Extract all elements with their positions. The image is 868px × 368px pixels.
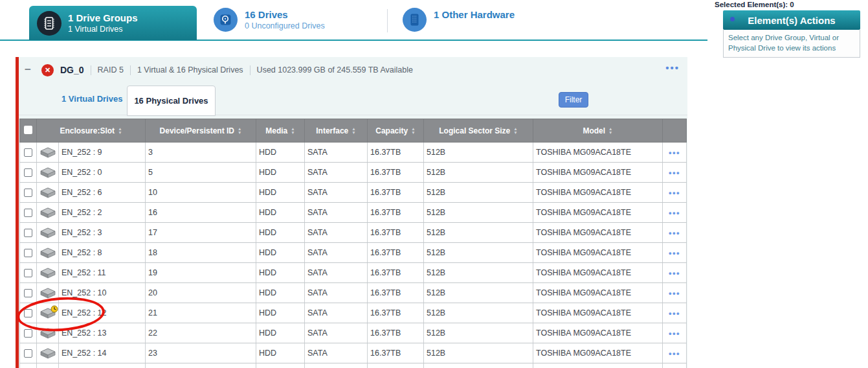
table-cell bbox=[37, 363, 59, 368]
column-header-device-id[interactable]: Device/Persistent ID▲▼ bbox=[146, 119, 256, 143]
sector-size-cell: 512B bbox=[424, 143, 533, 163]
model-cell: TOSHIBA MG09ACA18TE bbox=[533, 223, 663, 243]
table-row: EN_252 : 9 3 HDD SATA 16.37TB 512B TOSHI… bbox=[20, 143, 687, 163]
interface-cell: SATA bbox=[305, 303, 368, 323]
enclosure-slot-cell: EN_252 : 12 bbox=[59, 303, 146, 323]
table-row: EN_252 : 10 20 HDD SATA 16.37TB 512B TOS… bbox=[20, 283, 687, 303]
device-id-cell: 21 bbox=[146, 303, 256, 323]
model-cell: TOSHIBA MG09ACA18TE bbox=[533, 263, 663, 283]
row-checkbox[interactable] bbox=[24, 189, 32, 197]
collapse-icon[interactable]: − bbox=[25, 63, 35, 76]
row-actions-menu[interactable]: ••• bbox=[669, 248, 680, 258]
sort-icon: ▲▼ bbox=[118, 127, 122, 134]
column-header-enclosure-slot[interactable]: Enclosure:Slot▲▼ bbox=[37, 119, 146, 143]
sort-icon: ▲▼ bbox=[351, 127, 355, 134]
tab-virtual-drives[interactable]: 1 Virtual Drives bbox=[61, 94, 122, 104]
capacity-cell: 16.37TB bbox=[368, 323, 424, 343]
raid-controller-icon bbox=[37, 11, 61, 36]
filter-button[interactable]: Filter bbox=[559, 92, 588, 108]
elements-actions-label: Element(s) Actions bbox=[748, 15, 835, 26]
table-cell bbox=[146, 363, 256, 368]
device-id-cell: 17 bbox=[146, 223, 256, 243]
enclosure-slot-cell: EN_252 : 2 bbox=[59, 203, 146, 223]
enclosure-slot-cell: EN_252 : 0 bbox=[59, 163, 146, 183]
row-checkbox[interactable] bbox=[24, 309, 32, 317]
table-row: EN_252 : 11 19 HDD SATA 16.37TB 512B TOS… bbox=[20, 263, 687, 283]
tab-drive-groups[interactable]: 1 Drive Groups 1 Virtual Drives bbox=[29, 6, 197, 40]
drive-icon bbox=[40, 147, 56, 158]
drive-group-actions-menu[interactable]: ••• bbox=[665, 62, 680, 73]
row-checkbox[interactable] bbox=[24, 269, 32, 277]
row-menu-cell: ••• bbox=[663, 303, 687, 323]
row-checkbox[interactable] bbox=[24, 249, 32, 257]
column-header-media[interactable]: Media▲▼ bbox=[256, 119, 305, 143]
row-actions-menu[interactable]: ••• bbox=[669, 168, 680, 178]
column-header-sector-size[interactable]: Logical Sector Size▲▼ bbox=[424, 119, 533, 143]
interface-cell: SATA bbox=[305, 223, 368, 243]
model-cell: TOSHIBA MG09ACA18TE bbox=[533, 283, 663, 303]
selected-elements-label: Selected Element(s): 0 bbox=[715, 1, 794, 8]
row-checkbox[interactable] bbox=[24, 209, 32, 217]
row-actions-menu[interactable]: ••• bbox=[669, 148, 680, 157]
media-cell: HDD bbox=[256, 223, 305, 243]
table-row: EN_252 : 3 17 HDD SATA 16.37TB 512B TOSH… bbox=[20, 223, 687, 243]
row-checkbox[interactable] bbox=[24, 168, 32, 177]
sector-size-cell: 512B bbox=[424, 163, 533, 183]
checkbox-cell bbox=[20, 243, 37, 263]
row-actions-menu[interactable]: ••• bbox=[669, 268, 680, 278]
tab-physical-drives[interactable]: 16 Physical Drives bbox=[127, 86, 216, 116]
drive-icon bbox=[40, 308, 56, 319]
sort-icon: ▲▼ bbox=[238, 127, 241, 134]
column-header-capacity[interactable]: Capacity▲▼ bbox=[368, 119, 424, 143]
column-header-interface[interactable]: Interface▲▼ bbox=[305, 119, 368, 143]
row-actions-menu[interactable]: ••• bbox=[669, 188, 680, 198]
row-actions-menu[interactable]: ••• bbox=[669, 288, 680, 298]
device-id-cell: 19 bbox=[146, 263, 256, 283]
row-checkbox[interactable] bbox=[24, 329, 32, 338]
select-all-checkbox[interactable] bbox=[24, 126, 32, 134]
hint-line-2: Physical Drive to view its actions bbox=[728, 43, 860, 53]
row-checkbox[interactable] bbox=[24, 229, 32, 237]
media-cell: HDD bbox=[256, 143, 305, 163]
row-checkbox[interactable] bbox=[24, 148, 32, 157]
bullet-icon bbox=[730, 17, 735, 21]
interface-cell: SATA bbox=[305, 343, 368, 363]
table-row: EN_252 : 0 5 HDD SATA 16.37TB 512B TOSHI… bbox=[20, 163, 687, 183]
row-menu-cell: ••• bbox=[663, 223, 687, 243]
capacity-cell: 16.37TB bbox=[368, 143, 424, 163]
elements-actions-button[interactable]: Element(s) Actions bbox=[723, 10, 860, 30]
row-actions-menu[interactable]: ••• bbox=[669, 349, 680, 358]
row-checkbox[interactable] bbox=[24, 289, 32, 297]
column-header-model[interactable]: Model▲▼ bbox=[533, 119, 663, 143]
header-menu-cell bbox=[663, 119, 687, 143]
table-row: EN_252 : 12 21 HDD SATA 16.37TB 512B TOS… bbox=[20, 303, 687, 323]
error-status-icon: ✕ bbox=[41, 64, 54, 76]
row-checkbox[interactable] bbox=[24, 349, 32, 358]
checkbox-cell bbox=[20, 303, 37, 323]
drive-table-body: EN_252 : 9 3 HDD SATA 16.37TB 512B TOSHI… bbox=[20, 143, 687, 368]
checkbox-cell bbox=[20, 263, 37, 283]
drive-icon-cell bbox=[37, 263, 59, 283]
row-actions-menu[interactable]: ••• bbox=[669, 308, 680, 318]
capacity-cell: 16.37TB bbox=[368, 343, 424, 363]
capacity-cell: 16.37TB bbox=[368, 243, 424, 263]
media-cell: HDD bbox=[256, 243, 305, 263]
interface-cell: SATA bbox=[305, 243, 368, 263]
divider bbox=[91, 65, 91, 75]
row-actions-menu[interactable]: ••• bbox=[669, 228, 680, 238]
capacity-usage: Used 1023.999 GB of 245.559 TB Available bbox=[257, 65, 413, 75]
sector-size-cell: 512B bbox=[424, 243, 533, 263]
drive-group-panel: − ✕ DG_0 RAID 5 1 Virtual & 16 Physical … bbox=[16, 57, 687, 368]
drive-icon bbox=[40, 288, 56, 299]
model-cell: TOSHIBA MG09ACA18TE bbox=[533, 323, 663, 343]
row-menu-cell: ••• bbox=[663, 263, 687, 283]
row-actions-menu[interactable]: ••• bbox=[669, 208, 680, 218]
tab-other-hardware[interactable]: 1 Other Hardware bbox=[403, 8, 515, 32]
enclosure-slot-cell: EN_252 : 14 bbox=[59, 343, 146, 363]
tab-drives[interactable]: 16 Drives 0 Unconfigured Drives bbox=[214, 8, 325, 32]
interface-cell: SATA bbox=[305, 183, 368, 203]
capacity-cell: 16.37TB bbox=[368, 203, 424, 223]
tab-other-hardware-title: 1 Other Hardware bbox=[434, 9, 515, 21]
tab-drives-title: 16 Drives bbox=[245, 9, 325, 21]
row-actions-menu[interactable]: ••• bbox=[669, 328, 680, 338]
